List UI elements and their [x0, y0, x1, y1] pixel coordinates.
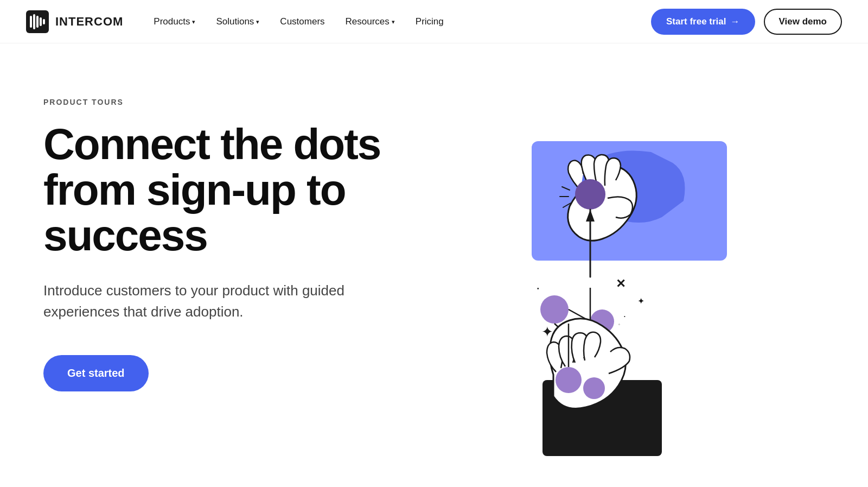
nav-item-products[interactable]: Products ▾ [145, 12, 204, 31]
nav-item-pricing[interactable]: Pricing [407, 12, 452, 31]
hero-illustration: ✕ ✦ ✦ • • ◦ [423, 76, 760, 456]
svg-point-25 [556, 367, 582, 393]
svg-text:✦: ✦ [637, 296, 644, 306]
chevron-down-icon: ▾ [392, 18, 395, 26]
logo-link[interactable]: INTERCOM [26, 10, 123, 33]
chevron-down-icon: ▾ [256, 18, 259, 26]
chevron-down-icon: ▾ [192, 18, 195, 26]
nav-actions: Start free trial → View demo [651, 9, 842, 35]
svg-text:◦: ◦ [618, 322, 620, 327]
hero-section: PRODUCT TOURS Connect the dots from sign… [0, 43, 868, 487]
hero-eyebrow: PRODUCT TOURS [43, 98, 423, 106]
view-demo-button[interactable]: View demo [764, 9, 843, 35]
svg-rect-4 [40, 17, 42, 26]
hero-content: PRODUCT TOURS Connect the dots from sign… [43, 87, 423, 391]
illustration-svg: ✕ ✦ ✦ • • ◦ [423, 76, 760, 456]
get-started-button[interactable]: Get started [43, 355, 149, 391]
nav-item-resources[interactable]: Resources ▾ [337, 12, 404, 31]
svg-text:•: • [624, 314, 626, 319]
svg-point-26 [583, 377, 605, 399]
nav-item-solutions[interactable]: Solutions ▾ [207, 12, 268, 31]
svg-rect-2 [33, 14, 35, 29]
svg-rect-5 [43, 19, 45, 24]
navbar: INTERCOM Products ▾ Solutions ▾ Customer… [0, 0, 868, 43]
svg-rect-1 [30, 16, 32, 28]
hero-subtitle: Introduce customers to your product with… [43, 280, 347, 322]
arrow-icon: → [731, 16, 740, 27]
svg-rect-3 [36, 16, 39, 28]
start-free-trial-button[interactable]: Start free trial → [651, 9, 755, 35]
svg-point-13 [540, 295, 569, 324]
logo-wordmark: INTERCOM [55, 15, 123, 29]
logo-icon [26, 10, 49, 33]
nav-links: Products ▾ Solutions ▾ Customers Resourc… [145, 12, 651, 31]
nav-item-customers[interactable]: Customers [271, 12, 333, 31]
hero-title: Connect the dots from sign-up to success [43, 122, 423, 258]
svg-point-7 [575, 179, 605, 210]
svg-text:✕: ✕ [616, 277, 626, 290]
svg-text:•: • [537, 286, 539, 292]
